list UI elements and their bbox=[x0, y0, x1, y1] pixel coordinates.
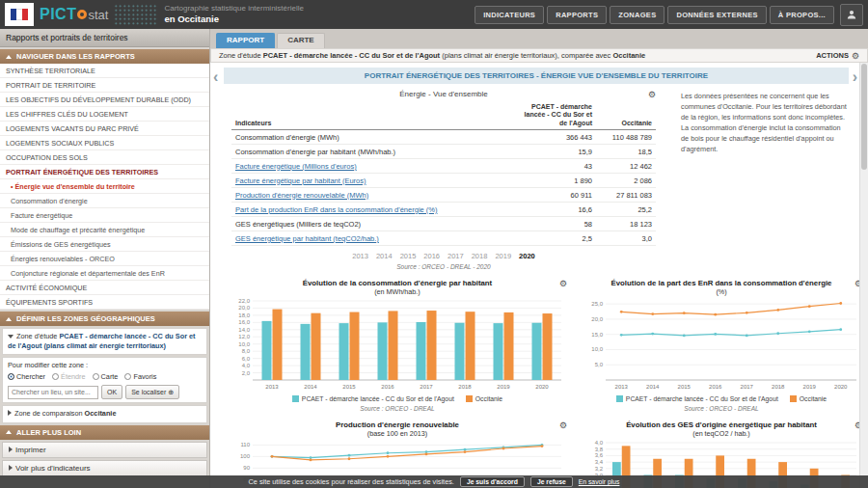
svg-text:2014: 2014 bbox=[646, 384, 660, 390]
svg-text:2018: 2018 bbox=[772, 384, 785, 390]
zone-mode-radio[interactable]: Chercher bbox=[8, 372, 45, 381]
user-button[interactable] bbox=[840, 4, 863, 26]
cookie-more-link[interactable]: En savoir plus bbox=[579, 478, 620, 485]
place-search-input[interactable] bbox=[8, 386, 98, 399]
zone-modify-panel: Pour modifier cette zone : ChercherÉtend… bbox=[2, 357, 207, 403]
svg-text:4,0: 4,0 bbox=[242, 363, 251, 368]
table-row: GES énergétique par habitant (teqCO2/hab… bbox=[231, 231, 656, 246]
chart-source: Source : ORCEO - DREAL bbox=[581, 405, 862, 412]
sidebar-report-item[interactable]: PORTRAIT ÉNERGÉTIQUE DES TERRITOIRES bbox=[0, 165, 209, 179]
table-row: Part de la production EnR dans la consom… bbox=[231, 203, 656, 217]
chart-gear-icon[interactable]: ⚙ bbox=[559, 279, 567, 288]
svg-text:2016: 2016 bbox=[709, 384, 722, 390]
indicator-label[interactable]: Production d'énergie renouvelable (MWh) bbox=[231, 188, 511, 203]
table-row: Facture énergétique par habitant (Euros)… bbox=[231, 174, 656, 188]
chart-subtitle: (en MWh/hab.) bbox=[228, 287, 567, 296]
indicator-label[interactable]: Part de la production EnR dans la consom… bbox=[231, 203, 511, 217]
sidebar-subitem[interactable]: Conjoncture régionale et départementale … bbox=[0, 266, 209, 281]
zone-mode-radio[interactable]: Carte bbox=[93, 372, 119, 381]
locate-button[interactable]: Se localiser ⊕ bbox=[125, 385, 179, 399]
year-option[interactable]: 2013 bbox=[352, 252, 368, 260]
comparison-value: 18 123 bbox=[596, 217, 656, 231]
indicator-label[interactable]: Facture énergétique par habitant (Euros) bbox=[231, 174, 511, 188]
nav-button-zonages[interactable]: ZONAGES bbox=[610, 6, 665, 24]
nav-button-indicateurs[interactable]: INDICATEURS bbox=[475, 6, 544, 24]
cookie-accept-button[interactable]: Je suis d'accord bbox=[460, 476, 525, 487]
sidebar-subitem[interactable]: Énergie vue d'ensemble du territoire bbox=[0, 179, 209, 194]
app-window: PICTstat Cartographie statistique interm… bbox=[0, 0, 868, 488]
chevron-right-icon bbox=[9, 447, 13, 452]
chart-subtitle: (base 100 en 2013) bbox=[228, 429, 567, 438]
svg-text:4,0: 4,0 bbox=[595, 440, 604, 446]
year-option[interactable]: 2017 bbox=[448, 252, 464, 260]
section-label: NAVIGUER DANS LES RAPPORTS bbox=[16, 52, 135, 61]
sidebar-report-item[interactable]: PORTRAIT DE TERRITOIRE bbox=[0, 78, 209, 93]
svg-text:2020: 2020 bbox=[834, 384, 848, 390]
search-ok-button[interactable]: OK bbox=[101, 385, 122, 399]
sidebar-report-item[interactable]: LES CHIFFRES CLÉS DU LOGEMENT bbox=[0, 107, 209, 122]
sidebar-report-item[interactable]: LOGEMENTS VACANTS DU PARC PRIVÉ bbox=[0, 122, 209, 136]
french-flag-icon bbox=[11, 9, 28, 20]
year-option[interactable]: 2014 bbox=[376, 252, 393, 260]
zone-comparison-block[interactable]: Zone de comparaison Occitanie bbox=[2, 405, 207, 422]
info-note: Les données présentées ne concernent que… bbox=[681, 90, 847, 270]
logo-text-pict: PICT bbox=[40, 6, 76, 23]
zone-mode-radio[interactable]: Étendre bbox=[52, 372, 86, 381]
table-gear-icon[interactable]: ⚙ bbox=[648, 90, 656, 99]
svg-text:16,0: 16,0 bbox=[238, 320, 250, 326]
chart-enr-share: Évolution de la part des EnR dans la con… bbox=[581, 279, 862, 412]
nav-button-rapports[interactable]: RAPPORTS bbox=[547, 6, 607, 24]
zone-value: 43 bbox=[511, 159, 596, 174]
indicator-label[interactable]: Facture énergétique (Millions d'euros) bbox=[231, 159, 511, 174]
svg-text:14,0: 14,0 bbox=[238, 327, 250, 333]
comparison-value: 18,5 bbox=[596, 145, 656, 159]
sidebar-report-item[interactable]: ACTIVITÉ ÉCONOMIQUE bbox=[0, 281, 209, 295]
sidebar-subitem[interactable]: Émissions de GES énergétiques bbox=[0, 237, 209, 252]
svg-text:18,0: 18,0 bbox=[238, 312, 250, 318]
section-definir-zones[interactable]: DÉFINIR LES ZONES GÉOGRAPHIQUES bbox=[0, 312, 209, 326]
zone-info-text: Zone d'étude PCAET - démarche lancée - C… bbox=[219, 51, 645, 60]
sidebar-report-item[interactable]: OCCUPATION DES SOLS bbox=[0, 150, 209, 165]
zone-etude-block[interactable]: Zone d'étude PCAET - démarche lancée - C… bbox=[2, 328, 207, 355]
sidebar-report-item[interactable]: ÉQUIPEMENTS SPORTIFS bbox=[0, 295, 209, 310]
nav-button-donnees-externes[interactable]: DONNÉES EXTERNES bbox=[667, 6, 766, 24]
nav-button-a-propos[interactable]: À PROPOS... bbox=[770, 6, 834, 24]
sidebar-subitem[interactable]: Facture énergétique bbox=[0, 208, 209, 223]
next-report-arrow[interactable]: › bbox=[853, 69, 857, 85]
indicator-label[interactable]: GES énergétique par habitant (teqCO2/hab… bbox=[231, 231, 511, 246]
year-option[interactable]: 2015 bbox=[400, 252, 417, 260]
tab-carte[interactable]: CARTE bbox=[277, 33, 325, 48]
print-item[interactable]: Imprimer bbox=[2, 442, 207, 458]
svg-text:3,4: 3,4 bbox=[595, 459, 604, 465]
year-option[interactable]: 2020 bbox=[519, 252, 535, 260]
cookie-refuse-button[interactable]: Je refuse bbox=[530, 476, 573, 487]
tab-rapport[interactable]: RAPPORT bbox=[216, 33, 275, 48]
sidebar-report-item[interactable]: SYNTHÈSE TERRITORIALE bbox=[0, 64, 209, 78]
view-tabs: RAPPORT CARTE bbox=[216, 33, 868, 48]
more-indicators-item[interactable]: Voir plus d'indicateurs bbox=[2, 460, 207, 476]
chart-gear-icon[interactable]: ⚙ bbox=[559, 420, 567, 430]
sidebar-subitem[interactable]: Mode de chauffage et précarité énergétiq… bbox=[0, 223, 209, 237]
vertical-scrollbar[interactable] bbox=[859, 63, 868, 488]
year-option[interactable]: 2016 bbox=[423, 252, 440, 260]
col-header-indicateurs: Indicateurs bbox=[231, 101, 511, 130]
sidebar-subitem[interactable]: Consommation d'énergie bbox=[0, 194, 209, 208]
picto-stat-logo[interactable]: PICTstat bbox=[40, 6, 108, 23]
table-source: Source : ORCEO - DREAL - 2020 bbox=[231, 263, 656, 270]
cookie-message: Ce site utilise des cookies pour réalise… bbox=[249, 477, 454, 486]
sidebar-subitem[interactable]: Énergies renouvelables - ORCEO bbox=[0, 252, 209, 266]
section-naviguer-rapports[interactable]: NAVIGUER DANS LES RAPPORTS bbox=[0, 49, 209, 64]
sidebar-report-item[interactable]: LES OBJECTIFS DU DÉVELOPPEMENT DURABLE (… bbox=[0, 93, 209, 107]
sidebar-report-item[interactable]: LOGEMENTS SOCIAUX PUBLICS bbox=[0, 136, 209, 150]
year-option[interactable]: 2018 bbox=[472, 252, 488, 260]
zone-mode-radio[interactable]: Favoris bbox=[124, 372, 156, 381]
table-row: Production d'énergie renouvelable (MWh)6… bbox=[231, 188, 656, 203]
comparison-value: 27 811 083 bbox=[596, 188, 656, 203]
actions-button[interactable]: ACTIONS⚙ bbox=[816, 51, 859, 61]
chevron-right-icon bbox=[9, 465, 13, 471]
year-option[interactable]: 2019 bbox=[495, 252, 511, 260]
scrollbar-thumb[interactable] bbox=[861, 64, 867, 170]
section-aller-plus-loin[interactable]: ALLER PLUS LOIN bbox=[0, 425, 209, 440]
svg-text:2020: 2020 bbox=[535, 384, 549, 390]
prev-report-arrow[interactable]: ‹ bbox=[213, 69, 218, 85]
